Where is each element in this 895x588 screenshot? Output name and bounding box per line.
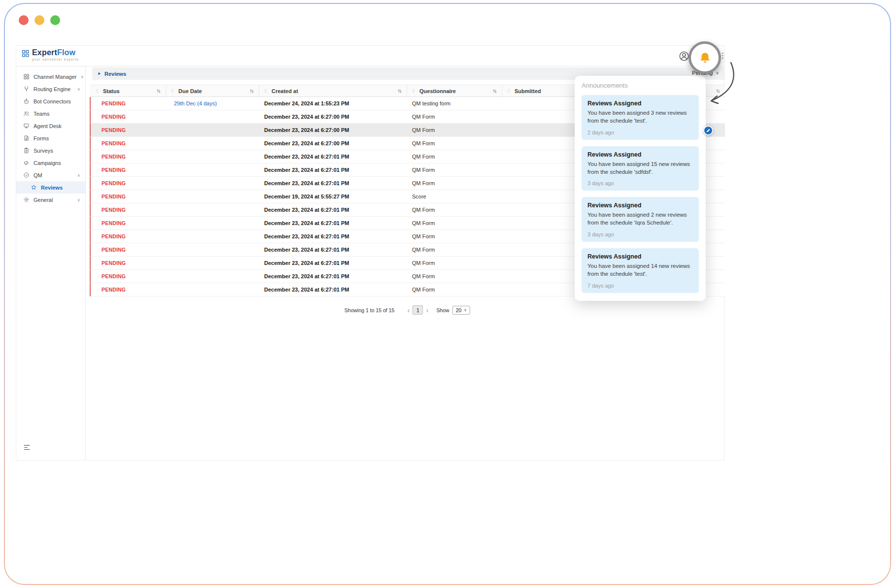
sidebar-item-agent-desk[interactable]: Agent Desk	[16, 120, 85, 132]
maximize-button[interactable]	[50, 15, 60, 25]
chevron-icon: ∨	[77, 197, 80, 202]
created-at-cell: December 23, 2024 at 6:27:01 PM	[259, 270, 407, 283]
page-size-select[interactable]: 20 ∨	[452, 306, 471, 315]
status-cell: PENDING	[91, 150, 166, 163]
sidebar-item-routing-engine[interactable]: Routing Engine ∨	[16, 83, 85, 95]
column-header-status[interactable]: Status	[91, 85, 166, 97]
created-at-cell: December 23, 2024 at 6:27:01 PM	[259, 177, 407, 190]
due-date-cell[interactable]	[166, 177, 259, 190]
sidebar-item-qm[interactable]: QM ∧	[16, 169, 85, 181]
created-at-cell: December 23, 2024 at 6:27:00 PM	[259, 124, 407, 136]
created-at-cell: December 23, 2024 at 6:27:01 PM	[259, 203, 407, 216]
drag-handle-icon[interactable]	[95, 88, 100, 94]
announcement-card-reviews-assigned[interactable]: Reviews Assigned You have been assigned …	[582, 95, 699, 140]
status-cell: PENDING	[91, 257, 166, 269]
status-cell: PENDING	[91, 230, 166, 243]
play-icon	[97, 71, 102, 76]
due-date-cell[interactable]: 29th Dec (4 days)	[166, 97, 259, 110]
column-label: Due Date	[178, 88, 202, 94]
sort-icon[interactable]	[492, 88, 498, 94]
sort-icon[interactable]	[397, 88, 403, 94]
sidebar-item-bot-connectors[interactable]: Bot Connectors	[16, 95, 85, 107]
prev-page-button[interactable]: ‹	[404, 306, 413, 314]
app-frame: ExpertFlow your callcenter experts ⋮ Cha…	[16, 45, 724, 460]
drag-handle-icon[interactable]	[170, 88, 175, 94]
drag-handle-icon[interactable]	[506, 88, 511, 94]
status-cell: PENDING	[91, 217, 166, 229]
created-at-cell: December 23, 2024 at 6:27:00 PM	[259, 110, 407, 123]
chevron-down-icon: ∨	[716, 70, 719, 75]
sidebar-item-surveys[interactable]: Surveys	[16, 144, 85, 157]
column-header-created-at[interactable]: Created at	[259, 85, 407, 97]
grid-icon	[23, 73, 30, 80]
sort-icon[interactable]	[249, 88, 255, 94]
announcement-card-reviews-assigned[interactable]: Reviews Assigned You have been assigned …	[582, 248, 699, 293]
sidebar-item-teams[interactable]: Teams	[16, 107, 85, 120]
column-label: Created at	[272, 88, 298, 94]
campaign-icon	[23, 160, 30, 166]
column-label: Status	[103, 88, 120, 94]
due-date-cell[interactable]	[166, 217, 259, 229]
sidebar-item-forms[interactable]: Forms	[16, 132, 85, 144]
next-page-button[interactable]: ›	[423, 306, 431, 314]
user-avatar-icon[interactable]	[679, 51, 689, 62]
questionnaire-cell: QM Form	[407, 243, 502, 256]
sidebar-item-label: Campaigns	[34, 160, 61, 166]
close-button[interactable]	[19, 15, 29, 25]
due-date-cell[interactable]	[166, 283, 259, 296]
minimize-button[interactable]	[34, 15, 44, 25]
annotation-badge[interactable]	[703, 126, 713, 135]
status-cell: PENDING	[91, 203, 166, 216]
due-date-cell[interactable]	[166, 150, 259, 163]
due-date-cell[interactable]	[166, 203, 259, 216]
questionnaire-cell: QM Form	[407, 230, 502, 243]
drag-handle-icon[interactable]	[263, 88, 268, 94]
due-date-cell[interactable]	[166, 137, 259, 150]
bell-spotlight	[688, 41, 721, 74]
page-size-value: 20	[456, 307, 462, 313]
sidebar-item-general[interactable]: General ∨	[16, 194, 85, 206]
sidebar-item-label: Agent Desk	[34, 123, 62, 129]
sidebar-item-label: Surveys	[34, 148, 53, 154]
announcement-card-reviews-assigned[interactable]: Reviews Assigned You have been assigned …	[582, 197, 699, 242]
due-date-cell[interactable]	[166, 163, 259, 176]
created-at-cell: December 23, 2024 at 6:27:01 PM	[259, 217, 407, 229]
due-date-cell[interactable]	[166, 243, 259, 256]
announcement-card-reviews-assigned[interactable]: Reviews Assigned You have been assigned …	[582, 146, 699, 191]
sidebar-item-channel-manager[interactable]: Channel Manager ∨	[16, 70, 85, 83]
kebab-menu-icon[interactable]: ⋮	[719, 51, 726, 60]
desk-icon	[23, 123, 30, 129]
due-date-cell[interactable]	[166, 190, 259, 203]
questionnaire-cell: QM Form	[407, 270, 502, 283]
due-date-cell[interactable]	[166, 257, 259, 269]
sidebar-item-label: Reviews	[41, 185, 63, 191]
status-cell: PENDING	[91, 190, 166, 203]
due-date-cell[interactable]	[166, 270, 259, 283]
sort-icon[interactable]	[715, 88, 721, 94]
sidebar-item-label: Routing Engine	[34, 86, 70, 92]
breadcrumb-reviews[interactable]: Reviews	[104, 71, 126, 77]
announcement-title: Reviews Assigned	[587, 253, 693, 260]
announcement-body: You have been assigned 14 new reviews fr…	[587, 262, 693, 278]
due-date-cell[interactable]	[166, 124, 259, 136]
due-date-cell[interactable]	[166, 230, 259, 243]
browser-window: ExpertFlow your callcenter experts ⋮ Cha…	[4, 3, 891, 585]
column-header-due-date[interactable]: Due Date	[166, 85, 259, 97]
expertflow-logo[interactable]: ExpertFlow your callcenter experts	[21, 48, 79, 61]
announcement-timestamp: 7 days ago	[587, 283, 693, 289]
current-page-button[interactable]: 1	[413, 305, 423, 315]
status-cell: PENDING	[91, 270, 166, 283]
sort-icon[interactable]	[156, 88, 162, 94]
questionnaire-cell: QM Form	[407, 257, 502, 269]
due-date-cell[interactable]	[166, 110, 259, 123]
survey-icon	[23, 147, 30, 154]
column-header-questionnaire[interactable]: Questionnaire	[407, 85, 502, 97]
created-at-cell: December 23, 2024 at 6:27:01 PM	[259, 283, 407, 296]
sidebar-item-reviews[interactable]: Reviews	[16, 181, 85, 194]
notification-bell-icon[interactable]	[698, 51, 712, 65]
status-cell: PENDING	[91, 137, 166, 150]
sidebar-collapse-icon[interactable]	[23, 444, 31, 451]
announcement-timestamp: 2 days ago	[587, 130, 693, 135]
sidebar-item-campaigns[interactable]: Campaigns	[16, 157, 85, 169]
drag-handle-icon[interactable]	[411, 88, 416, 94]
